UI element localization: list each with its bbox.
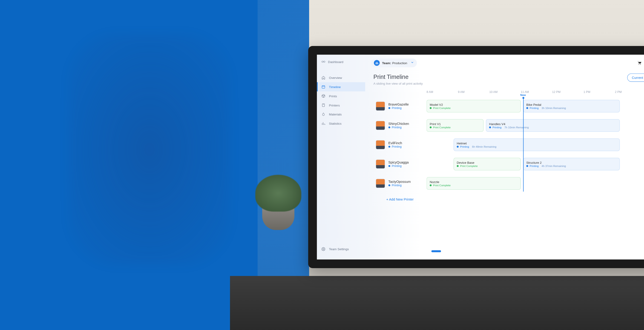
nav-label: Timeline: [329, 85, 341, 89]
hour-label: 1 PM: [584, 90, 615, 98]
nav-overview[interactable]: Overview: [317, 73, 365, 82]
add-printer-button[interactable]: + Add New Printer: [374, 194, 427, 204]
job-title: Handles V4: [489, 122, 616, 126]
nav-materials[interactable]: Materials: [317, 110, 365, 119]
status-dot-icon: [430, 184, 432, 186]
printer-row[interactable]: ShinyChicken Printing: [374, 117, 427, 134]
calendar-icon: [321, 85, 326, 89]
job-status: Printing6h 48min Remaining: [457, 145, 617, 148]
svg-rect-0: [322, 86, 325, 88]
svg-rect-1: [322, 104, 324, 107]
printer-status: Printing: [388, 126, 409, 129]
main: Team: Production: [365, 55, 644, 260]
job-card[interactable]: Structure 2 Printing4h 37min Remaining: [523, 158, 620, 170]
job-status: Print Complete: [430, 106, 518, 110]
app-window: Dashboard Overview Timeline: [308, 46, 644, 268]
svg-point-2: [323, 248, 324, 250]
logo-row: Dashboard: [317, 60, 365, 68]
job-title: Structure 2: [526, 161, 617, 164]
current-time-button[interactable]: Current Time: [627, 74, 644, 82]
printer-row[interactable]: SpicyQuagga Printing: [374, 156, 427, 172]
printer-name: ShinyChicken: [388, 122, 409, 126]
status-dot-icon: [388, 126, 390, 128]
job-status: Print Complete: [430, 184, 518, 187]
job-card[interactable]: Print V1 Print Complete: [427, 119, 484, 132]
hour-label: 9 AM: [458, 90, 490, 98]
scrollbar-thumb[interactable]: [432, 250, 441, 252]
team-selector[interactable]: Team: Production: [371, 59, 417, 68]
job-remaining: 3h 10min Remaining: [542, 106, 566, 110]
printer-name: EvilFinch: [388, 141, 402, 145]
hour-header: 8 AM9 AM10 AM11 AM12 PM1 PM2 PM: [427, 90, 644, 98]
job-status: Print Complete: [457, 164, 518, 168]
job-status: Printing4h 37min Remaining: [526, 164, 617, 168]
team-avatar-icon: [374, 60, 380, 66]
page-title: Print Timeline: [374, 74, 423, 80]
nav-label: Prints: [329, 94, 337, 98]
job-card[interactable]: Bike Pedal Printing3h 10min Remaining: [523, 100, 620, 112]
svg-point-4: [377, 62, 378, 63]
gear-icon: [321, 247, 326, 251]
printer-row[interactable]: TactyOpossum Printing: [374, 175, 427, 192]
job-card[interactable]: Model V2 Print Complete: [427, 100, 521, 112]
job-remaining: 6h 48min Remaining: [472, 145, 496, 148]
svg-point-3: [376, 62, 377, 63]
butterfly-logo-icon: [321, 60, 326, 64]
job-card[interactable]: Handles V4 Printing7h 10min Remaining: [486, 119, 620, 132]
chevron-down-icon: [410, 61, 414, 65]
nav-prints[interactable]: Prints: [317, 91, 365, 100]
team-value: Production: [392, 61, 407, 65]
nav-team-settings[interactable]: Team Settings: [317, 244, 365, 254]
nav-label: Printers: [329, 103, 340, 107]
status-dot-icon: [430, 107, 432, 109]
status-dot-icon: [526, 107, 528, 109]
home-icon: [321, 76, 326, 80]
nav-label: Statistics: [329, 122, 342, 125]
now-label: Now: [520, 94, 526, 96]
printer-name: BraveGazelle: [388, 102, 409, 106]
team-label: Team:: [382, 61, 391, 65]
schedule-row: Model V2 Print Complete Bike Pedal Print…: [427, 98, 644, 114]
sidebar: Dashboard Overview Timeline: [317, 55, 365, 260]
status-dot-icon: [388, 146, 390, 148]
status-dot-icon: [526, 165, 528, 167]
nav-label: Overview: [329, 76, 342, 80]
schedule-row: Device Base Print Complete Structure 2 P…: [427, 156, 644, 172]
job-remaining: 4h 37min Remaining: [542, 164, 566, 168]
printer-name: TactyOpossum: [388, 180, 411, 184]
printer-name: SpicyQuagga: [388, 160, 409, 164]
printer-status: Printing: [388, 184, 411, 187]
status-dot-icon: [388, 107, 390, 109]
bar-chart-icon: [321, 122, 326, 126]
nav-printers[interactable]: Printers: [317, 100, 365, 110]
cube-icon: [321, 94, 326, 98]
hour-label: 12 PM: [552, 90, 584, 98]
status-dot-icon: [430, 126, 432, 128]
job-title: Bike Pedal: [526, 103, 617, 106]
horizontal-scrollbar[interactable]: [429, 250, 644, 252]
printer-row[interactable]: BraveGazelle Printing: [374, 98, 427, 114]
job-title: Helmet: [457, 142, 617, 145]
job-status: Print Complete: [430, 126, 480, 129]
printer-thumbnail: [376, 140, 385, 150]
nav-timeline[interactable]: Timeline: [317, 82, 365, 92]
job-status: Printing7h 10min Remaining: [489, 126, 616, 129]
job-card[interactable]: Nozzle Print Complete: [427, 177, 521, 190]
timeline-view: BraveGazelle Printing ShinyChicken Print…: [374, 90, 644, 254]
nav-label: Materials: [329, 112, 342, 116]
status-dot-icon: [388, 184, 390, 186]
job-card[interactable]: Device Base Print Complete: [454, 158, 521, 170]
printer-column: BraveGazelle Printing ShinyChicken Print…: [374, 90, 427, 254]
printer-status: Printing: [388, 164, 409, 168]
nav-statistics[interactable]: Statistics: [317, 119, 365, 128]
nav: Overview Timeline Prints: [317, 73, 365, 128]
printer-row[interactable]: EvilFinch Printing: [374, 136, 427, 153]
cart-icon[interactable]: [637, 60, 642, 65]
nav-label: Team Settings: [329, 247, 349, 251]
job-card[interactable]: Helmet Printing6h 48min Remaining: [454, 138, 620, 151]
printer-status: Printing: [388, 106, 409, 110]
svg-point-5: [639, 64, 640, 65]
status-dot-icon: [489, 126, 491, 128]
printer-thumbnail: [376, 179, 385, 188]
job-remaining: 7h 10min Remaining: [504, 126, 529, 129]
